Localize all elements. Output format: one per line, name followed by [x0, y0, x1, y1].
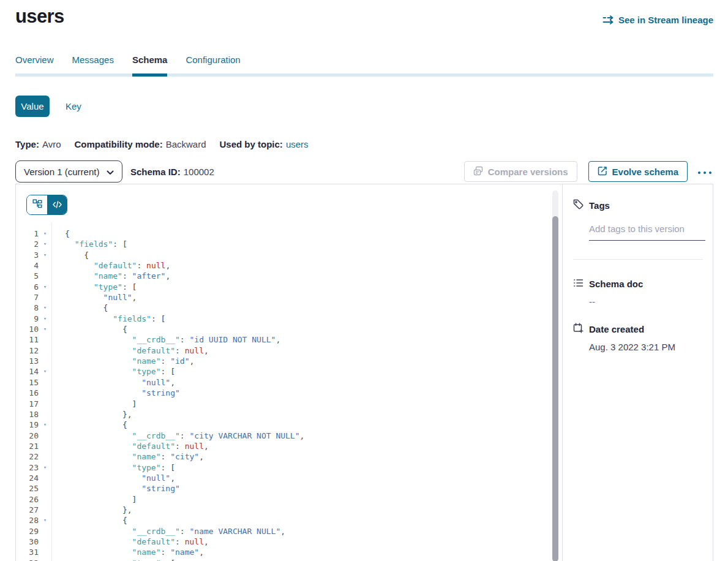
code-line: 26] [16, 494, 554, 505]
sidebar-divider [573, 259, 703, 260]
line-number: 28 [16, 515, 39, 525]
code-line: 5"name": "after", [16, 271, 554, 281]
fold-spacer [39, 526, 51, 537]
compare-versions-button[interactable]: Compare versions [464, 161, 577, 182]
tab-schema[interactable]: Schema [132, 55, 168, 73]
fold-spacer [39, 473, 51, 483]
used-by-topic-link[interactable]: users [286, 139, 309, 149]
tab-overview[interactable]: Overview [15, 55, 54, 73]
code-text: "fields": [ [51, 314, 165, 324]
code-lines: 1▾{2▾"fields": [3▾{4"default": null,5"na… [16, 228, 554, 561]
code-line: 10▾{ [16, 324, 554, 334]
line-number: 20 [16, 431, 39, 441]
schema-id: Schema ID:100002 [130, 167, 214, 177]
fold-toggle-icon[interactable]: ▾ [39, 558, 51, 561]
code-line: 28▾{ [16, 515, 554, 525]
code-line: 1▾{ [16, 228, 554, 239]
type-label: Type: [15, 139, 39, 149]
code-text: "null", [51, 377, 175, 388]
code-text: { [51, 250, 89, 260]
fold-toggle-icon[interactable]: ▾ [39, 314, 51, 324]
fold-spacer [39, 292, 51, 303]
tab-messages[interactable]: Messages [72, 55, 114, 73]
code-text: "string" [51, 388, 180, 398]
code-line: 23▾"type": [ [16, 462, 554, 473]
fold-spacer [39, 537, 51, 547]
fold-toggle-icon[interactable]: ▾ [39, 250, 51, 260]
used-by-topic-label: Used by topic: [220, 139, 283, 149]
fold-toggle-icon[interactable]: ▾ [39, 366, 51, 377]
key-toggle-button[interactable]: Key [66, 101, 81, 111]
more-options-button[interactable] [696, 164, 713, 179]
ellipsis-icon [697, 166, 712, 177]
code-text: "name": "id", [51, 356, 194, 366]
line-number: 30 [16, 537, 39, 547]
tab-bar: Overview Messages Schema Configuration [15, 55, 713, 77]
fold-toggle-icon[interactable]: ▾ [39, 303, 51, 313]
page-header: users See in Stream lineage [0, 6, 728, 28]
code-line: 29"__crdb__": "name VARCHAR NULL", [16, 526, 554, 537]
code-line: 16"string" [16, 388, 554, 398]
fold-toggle-icon[interactable]: ▾ [39, 239, 51, 249]
code-line: 6▾"type": [ [16, 282, 554, 292]
schema-panel: 1▾{2▾"fields": [3▾{4"default": null,5"na… [15, 184, 713, 561]
schema-id-value: 100002 [184, 167, 214, 177]
line-number: 27 [16, 505, 39, 515]
version-select-value: Version 1 (current) [24, 167, 107, 177]
schema-meta-row: Type:Avro Compatibility mode:Backward Us… [15, 139, 728, 149]
code-text: { [51, 420, 127, 430]
line-number: 17 [16, 399, 39, 409]
schema-code-pane: 1▾{2▾"fields": [3▾{4"default": null,5"na… [16, 184, 562, 561]
line-number: 14 [16, 366, 39, 377]
fold-spacer [39, 377, 51, 388]
code-text: "type": [ [51, 282, 137, 292]
editor-view-toggle [26, 195, 67, 215]
line-number: 10 [16, 324, 39, 334]
value-key-toggle: Value Key [15, 96, 728, 117]
fold-toggle-icon[interactable]: ▾ [39, 228, 51, 239]
chevron-down-icon [107, 167, 114, 177]
fold-toggle-icon[interactable]: ▾ [39, 420, 51, 430]
line-number: 21 [16, 441, 39, 451]
fold-toggle-icon[interactable]: ▾ [39, 462, 51, 473]
line-number: 5 [16, 271, 39, 281]
see-in-stream-lineage-link[interactable]: See in Stream lineage [602, 15, 713, 25]
version-select[interactable]: Version 1 (current) [15, 160, 122, 183]
tree-view-icon [32, 199, 42, 211]
code-view-button[interactable] [47, 195, 67, 214]
scrollbar-thumb[interactable] [552, 216, 558, 561]
fold-toggle-icon[interactable]: ▾ [39, 515, 51, 525]
tags-heading: Tags [589, 200, 610, 211]
compare-versions-label: Compare versions [488, 167, 568, 177]
code-line: 2▾"fields": [ [16, 239, 554, 249]
schema-doc-heading: Schema doc [589, 279, 643, 289]
tags-input[interactable] [589, 224, 705, 234]
code-text: "default": null, [51, 441, 209, 451]
scrollbar-track[interactable] [552, 190, 558, 561]
fold-toggle-icon[interactable]: ▾ [39, 282, 51, 292]
fold-spacer [39, 271, 51, 281]
line-number: 23 [16, 462, 39, 473]
code-text: "default": null, [51, 537, 209, 547]
line-number: 25 [16, 483, 39, 494]
tab-configuration[interactable]: Configuration [186, 55, 240, 73]
fold-spacer [39, 505, 51, 515]
evolve-schema-button[interactable]: Evolve schema [588, 161, 688, 182]
code-text: { [51, 228, 70, 239]
code-line: 7"null", [16, 292, 554, 303]
code-text: { [51, 303, 108, 313]
line-number: 12 [16, 345, 39, 356]
line-number: 11 [16, 334, 39, 345]
fold-toggle-icon[interactable]: ▾ [39, 324, 51, 334]
code-text: "name": "city", [51, 451, 204, 462]
line-number: 8 [16, 303, 39, 313]
value-toggle-button[interactable]: Value [15, 96, 50, 117]
tab-underline-track [15, 73, 713, 77]
code-text: ] [51, 399, 137, 409]
line-number: 1 [16, 228, 39, 239]
tree-view-button[interactable] [27, 195, 47, 214]
fold-spacer [39, 260, 51, 271]
list-icon [573, 278, 584, 290]
code-text: "type": [ [51, 558, 175, 561]
code-line: 4"default": null, [16, 260, 554, 271]
